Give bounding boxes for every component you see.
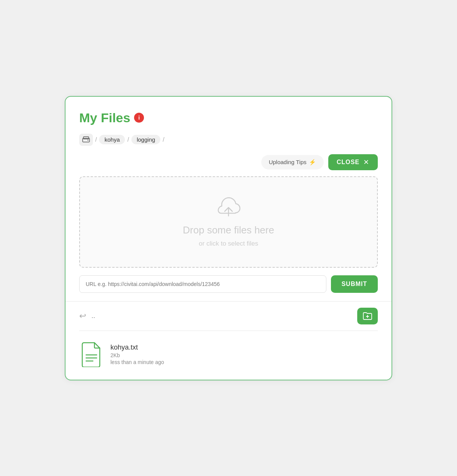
back-button[interactable]: ↩ — [79, 311, 86, 321]
breadcrumb-sep-1: / — [95, 136, 97, 143]
breadcrumb-sep-3: / — [163, 136, 164, 143]
parent-dir: .. — [91, 312, 95, 320]
breadcrumb-logging[interactable]: logging — [131, 135, 160, 144]
drive-icon[interactable] — [79, 134, 93, 146]
breadcrumb-sep-2: / — [127, 136, 129, 143]
uploading-tips-label: Uploading Tips — [269, 159, 307, 165]
back-icon: ↩ — [79, 311, 86, 321]
breadcrumb-kohya[interactable]: kohya — [99, 135, 125, 144]
close-icon: ✕ — [363, 158, 369, 166]
bolt-icon: ⚡ — [309, 159, 316, 166]
svg-rect-1 — [83, 137, 89, 139]
file-details: kohya.txt 2Kb less than a minute ago — [110, 343, 164, 365]
file-name: kohya.txt — [110, 343, 164, 351]
file-modified: less than a minute ago — [110, 359, 164, 365]
list-item[interactable]: kohya.txt 2Kb less than a minute ago — [79, 339, 378, 371]
url-row: SUBMIT — [79, 275, 378, 293]
breadcrumb: / kohya / logging / — [79, 134, 378, 146]
info-badge[interactable]: i — [134, 113, 144, 123]
url-input[interactable] — [79, 275, 326, 293]
uploading-tips-button[interactable]: Uploading Tips ⚡ — [261, 155, 324, 169]
file-list: kohya.txt 2Kb less than a minute ago — [79, 331, 378, 380]
close-label: CLOSE — [337, 159, 360, 166]
file-nav-row: ↩ .. — [79, 302, 378, 331]
page-title: My Files — [79, 110, 130, 125]
drop-zone-primary-text: Drop some files here — [183, 224, 274, 236]
svg-point-2 — [88, 139, 88, 140]
cloud-upload-icon — [215, 196, 242, 220]
title-row: My Files i — [79, 110, 378, 125]
file-icon — [79, 341, 104, 368]
main-card: My Files i / kohya / logging / Uploading… — [65, 96, 392, 380]
nav-left: ↩ .. — [79, 311, 95, 321]
action-row: Uploading Tips ⚡ CLOSE ✕ — [79, 154, 378, 170]
drop-zone[interactable]: Drop some files here or click to select … — [79, 176, 378, 268]
submit-button[interactable]: SUBMIT — [331, 275, 378, 293]
close-button[interactable]: CLOSE ✕ — [328, 154, 378, 170]
new-folder-button[interactable] — [357, 308, 378, 324]
file-size: 2Kb — [110, 352, 164, 358]
drop-zone-secondary-text: or click to select files — [199, 240, 258, 248]
